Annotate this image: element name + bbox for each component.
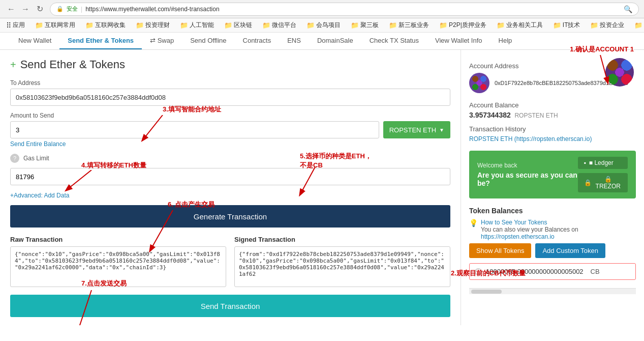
account-avatar-large (605, 58, 634, 87)
scrollbar-thumb[interactable] (471, 290, 502, 294)
banner-question: Are you as secure as you can be? (477, 171, 578, 187)
signed-tx-label: Signed Transaction (234, 236, 450, 243)
bookmark-blockchain[interactable]: 📁 区块链 (222, 20, 254, 31)
tx-history-section: Transaction History ROPSTEN ETH (https:/… (469, 125, 636, 143)
token-hint: 💡 How to See Your Tokens You can also vi… (469, 219, 636, 240)
bookmark-xinsan[interactable]: 📁 新三板业务 (387, 20, 431, 31)
url-bar[interactable]: 🔒 安全 | https://www.myetherwallet.com/#se… (50, 3, 639, 16)
main-layout: 3.填写智能合约地址 4.填写转移的ETH数量 5.选择币的种类是ETH，不是C… (0, 50, 644, 325)
refresh-button[interactable]: ↻ (34, 3, 46, 15)
trezor-button[interactable]: 🔒 🔒 TREZOR (578, 173, 628, 192)
bookmark-jusan[interactable]: 📁 聚三板 (349, 20, 381, 31)
signed-tx-col: Signed Transaction {"from":"0xd1f7922e8b… (234, 236, 450, 289)
folder-icon: 📁 (351, 21, 359, 29)
balance-value: 3.957344382 (469, 111, 511, 119)
amount-label: Amount to Send (10, 112, 450, 119)
tx-row: Raw Transaction {"nonce":"0x10","gasPric… (10, 236, 450, 289)
balance-unit: ROPSTEN ETH (514, 112, 558, 119)
gas-limit-group: ? Gas Limit (10, 154, 450, 185)
token-hint-text: You can also view your Balances on (481, 226, 578, 233)
nav-tabs: New Wallet Send Ether & Tokens ⇄ Swap Se… (0, 33, 644, 50)
folder-icon: 📁 (136, 21, 144, 29)
raw-tx-textarea[interactable]: {"nonce":"0x10","gasPrice":"0x098bca5a00… (10, 246, 226, 287)
tab-check-tx[interactable]: Check TX Status (361, 33, 427, 49)
ledger-right: ▪ ■ Ledger 🔒 🔒 TREZOR (578, 157, 628, 192)
folder-icon: 📁 (306, 21, 315, 29)
url-text: https://www.myetherwallet.com/#send-tran… (85, 6, 219, 13)
gas-limit-label: Gas Limit (23, 155, 49, 162)
folder-icon: 📁 (497, 21, 505, 29)
back-button[interactable]: ← (5, 3, 17, 15)
etherscan-link[interactable]: https://ropsten.etherscan.io (481, 233, 555, 240)
tab-ens[interactable]: ENS (279, 33, 309, 49)
tab-send-ether[interactable]: Send Ether & Tokens (59, 33, 142, 49)
ledger-button[interactable]: ▪ ■ Ledger (578, 157, 628, 169)
lock-icon: 🔒 (56, 6, 64, 12)
add-custom-token-button[interactable]: Add Custom Token (535, 243, 605, 258)
tab-swap[interactable]: ⇄ Swap (142, 33, 182, 49)
browser-bar: ← → ↻ 🔒 安全 | https://www.myetherwallet.c… (0, 0, 644, 18)
ledger-left: Welcome back Are you as secure as you ca… (477, 162, 578, 187)
folder-icon: 📁 (590, 21, 598, 29)
folder-icon: 📁 (389, 21, 397, 29)
folder-icon: 📁 (634, 21, 642, 29)
folder-icon: 📁 (35, 21, 43, 29)
token-select-button[interactable]: ROPSTEN ETH ▼ (383, 121, 450, 138)
raw-tx-col: Raw Transaction {"nonce":"0x10","gasPric… (10, 236, 226, 289)
bookmark-business[interactable]: 📁 业务相关工具 (495, 20, 545, 31)
folder-icon: 📁 (439, 21, 447, 29)
bookmark-apps[interactable]: ⠿ 应用 (4, 20, 27, 31)
folder-icon: 📁 (553, 21, 561, 29)
tx-history-link[interactable]: ROPSTEN ETH (https://ropsten.etherscan.i… (469, 135, 592, 143)
bookmark-invest-co[interactable]: 📁 投资企业 (588, 20, 626, 31)
tab-contracts[interactable]: Contracts (235, 33, 280, 49)
gas-row: ? Gas Limit (10, 154, 450, 163)
tab-view-wallet[interactable]: View Wallet Info (427, 33, 490, 49)
balance-title: Account Balance (469, 101, 636, 109)
tab-domainsale[interactable]: DomainSale (309, 33, 361, 49)
generate-transaction-button[interactable]: Generate Transaction (10, 205, 450, 228)
bookmarks-bar: ⠿ 应用 📁 互联网常用 📁 互联网收集 📁 投资理财 📁 人工智能 📁 区块链… (0, 18, 644, 33)
advanced-link[interactable]: +Advanced: Add Data (10, 192, 69, 199)
bookmark-wechat[interactable]: 📁 微信平台 (260, 20, 298, 31)
chevron-down-icon: ▼ (439, 127, 444, 133)
bookmark-ai[interactable]: 📁 人工智能 (178, 20, 216, 31)
amount-row: ROPSTEN ETH ▼ (10, 121, 450, 138)
horizontal-scrollbar[interactable] (469, 288, 636, 294)
token-balance-row: 10000005.000000000000005002 CB (469, 263, 636, 280)
folder-icon: 📁 (262, 21, 270, 29)
tab-new-wallet[interactable]: New Wallet (10, 33, 59, 49)
balance-row: 3.957344382 ROPSTEN ETH (469, 111, 636, 119)
forward-button[interactable]: → (19, 3, 32, 15)
bookmark-p2p[interactable]: 📁 P2P|质押业务 (437, 20, 488, 31)
amount-group: Amount to Send ROPSTEN ETH ▼ Send Entire… (10, 112, 450, 148)
page-title: + Send Ether & Tokens (10, 58, 450, 71)
bookmark-it[interactable]: 📁 IT技术 (551, 20, 582, 31)
gas-limit-input[interactable] (10, 168, 450, 185)
bookmark-invest[interactable]: 📁 投资理财 (134, 20, 172, 31)
bookmark-huiniao[interactable]: 📁 会鸟项目 (304, 20, 343, 31)
raw-tx-label: Raw Transaction (10, 236, 226, 243)
bookmark-internet-common[interactable]: 📁 互联网常用 (33, 20, 77, 31)
signed-tx-textarea[interactable]: {"from":"0xd1f7922e8b78cbeb182250753ade8… (234, 246, 450, 287)
secure-label: 安全 (67, 5, 78, 13)
token-radio[interactable] (475, 268, 482, 275)
amount-input[interactable] (10, 121, 379, 138)
send-transaction-button[interactable]: Send Transaction (10, 295, 450, 317)
balance-section: Account Balance 3.957344382 ROPSTEN ETH (469, 101, 636, 119)
tx-history-title: Transaction History (469, 125, 636, 133)
folder-icon: 📁 (85, 21, 94, 29)
gas-info-icon[interactable]: ? (10, 154, 19, 163)
bookmark-internet-collect[interactable]: 📁 互联网收集 (83, 20, 128, 31)
tab-send-offline[interactable]: Send Offline (182, 33, 234, 49)
plus-icon: + (10, 59, 16, 71)
token-buttons: Show All Tokens Add Custom Token (469, 243, 636, 258)
show-all-tokens-button[interactable]: Show All Tokens (469, 243, 531, 258)
tab-help[interactable]: Help (490, 33, 520, 49)
search-icon: 🔍 (624, 5, 632, 13)
send-entire-balance-link[interactable]: Send Entire Balance (10, 140, 66, 148)
token-hint-link[interactable]: How to See Your Tokens (481, 219, 547, 226)
bookmark-process[interactable]: 📁 过程工 (632, 20, 644, 31)
folder-icon: 📁 (224, 21, 232, 29)
to-address-input[interactable] (10, 89, 450, 106)
